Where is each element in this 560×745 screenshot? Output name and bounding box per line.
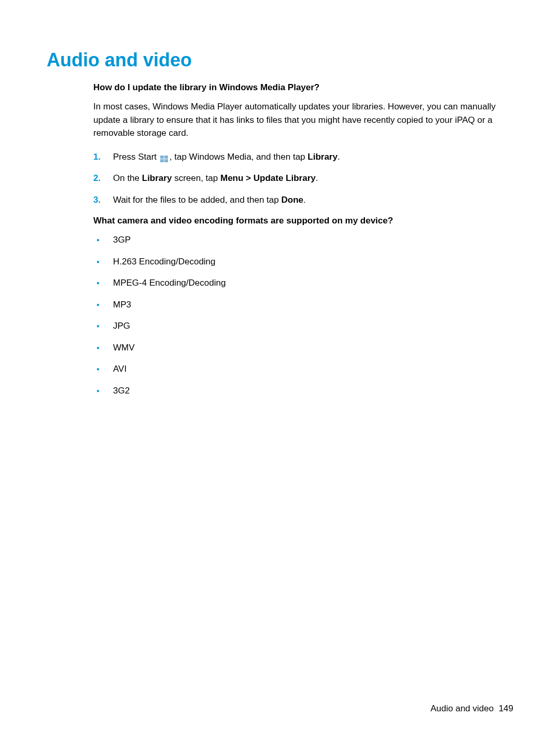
list-item: MPEG-4 Encoding/Decoding (93, 276, 513, 290)
list-item: AVI (93, 362, 513, 376)
step-1-text-end: . (338, 152, 340, 162)
svg-rect-2 (160, 159, 164, 162)
footer-section-name: Audio and video (430, 704, 494, 713)
step-3-bold: Done (281, 195, 303, 205)
page-title: Audio and video (47, 49, 513, 71)
footer-page-number: 149 (499, 704, 513, 713)
list-item: JPG (93, 319, 513, 333)
numbered-steps-list: 1. Press Start , tap Windows Media, and … (93, 150, 513, 207)
list-item: MP3 (93, 298, 513, 312)
svg-rect-1 (164, 156, 168, 159)
list-item: H.263 Encoding/Decoding (93, 255, 513, 269)
step-1-text-before: Press Start (113, 152, 159, 162)
step-3-text-end: . (303, 195, 306, 205)
step-1: 1. Press Start , tap Windows Media, and … (93, 150, 513, 164)
step-2-text-mid: screen, tap (172, 173, 220, 183)
section2-heading: What camera and video encoding formats a… (93, 216, 513, 226)
content-area: How do I update the library in Windows M… (47, 82, 513, 397)
step-2-text-before: On the (113, 173, 142, 183)
list-item: 3G2 (93, 384, 513, 398)
step-3-text-before: Wait for the files to be added, and then… (113, 195, 281, 205)
step-2: 2. On the Library screen, tap Menu > Upd… (93, 172, 513, 185)
list-item: 3GP (93, 233, 513, 247)
svg-rect-3 (164, 159, 168, 162)
windows-start-icon (160, 153, 169, 161)
step-number-1: 1. (93, 150, 101, 164)
step-1-bold: Library (307, 152, 338, 162)
section1-heading: How do I update the library in Windows M… (93, 82, 513, 93)
step-number-2: 2. (93, 172, 101, 185)
step-2-text-end: . (316, 173, 318, 183)
step-1-text-after: , tap Windows Media, and then tap (170, 152, 308, 162)
section1-paragraph: In most cases, Windows Media Player auto… (93, 100, 513, 140)
step-2-bold1: Library (142, 173, 172, 183)
list-item: WMV (93, 341, 513, 355)
step-number-3: 3. (93, 193, 101, 207)
step-2-bold2: Menu > Update Library (220, 173, 316, 183)
formats-list: 3GP H.263 Encoding/Decoding MPEG-4 Encod… (93, 233, 513, 397)
svg-rect-0 (160, 156, 164, 159)
page-footer: Audio and video 149 (430, 704, 513, 714)
step-3: 3. Wait for the files to be added, and t… (93, 193, 513, 207)
